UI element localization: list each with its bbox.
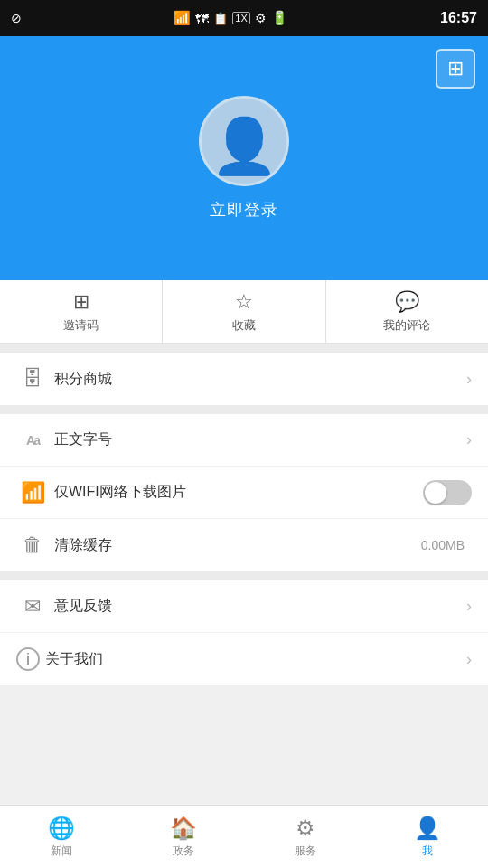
wifi-toggle-container xyxy=(423,480,472,505)
camera-icon: 📋 xyxy=(213,12,228,25)
menu-group-1: 🗄 积分商城 › xyxy=(0,353,488,405)
avatar[interactable]: 👤 xyxy=(199,96,289,186)
menu-group-3: ✉ 意见反馈 › i 关于我们 › xyxy=(0,580,488,685)
menu-row-about[interactable]: i 关于我们 › xyxy=(0,633,488,685)
points-mall-icon: 🗄 xyxy=(16,367,49,391)
nav-services-label: 服务 xyxy=(295,844,316,859)
tab-comment-label: 我的评论 xyxy=(383,317,430,334)
nav-services-icon: ⚙ xyxy=(296,816,315,841)
nav-government-label: 政务 xyxy=(173,844,194,859)
login-label[interactable]: 立即登录 xyxy=(210,199,278,221)
nav-me-label: 我 xyxy=(422,844,433,859)
wifi-toggle[interactable] xyxy=(423,480,472,505)
clear-cache-icon: 🗑 xyxy=(16,533,49,557)
menu-row-points-mall[interactable]: 🗄 积分商城 › xyxy=(0,353,488,405)
menu-row-wifi-only[interactable]: 📶 仅WIFI网络下载图片 xyxy=(0,467,488,519)
menu-row-clear-cache[interactable]: 🗑 清除缓存 0.00MB xyxy=(0,519,488,571)
cache-size: 0.00MB xyxy=(421,538,465,552)
nav-government[interactable]: 🏠 政务 xyxy=(122,806,244,868)
menu-row-font-size[interactable]: Aa 正文字号 › xyxy=(0,414,488,467)
tab-collect-icon: ☆ xyxy=(235,290,253,314)
status-bar: ⊘ 📶 🗺 📋 1X ⚙ 🔋 16:57 xyxy=(0,0,488,36)
divider-1 xyxy=(0,344,488,353)
font-size-icon: Aa xyxy=(16,433,49,448)
nav-me[interactable]: 👤 我 xyxy=(366,806,488,868)
wifi-only-icon: 📶 xyxy=(16,481,49,505)
font-size-chevron: › xyxy=(466,430,472,449)
nav-government-icon: 🏠 xyxy=(170,816,197,841)
status-icon-alarm: ⊘ xyxy=(11,11,22,25)
wifi-only-label: 仅WIFI网络下载图片 xyxy=(54,483,423,502)
tab-invite-icon: ⊞ xyxy=(73,290,89,314)
network-icon: 1X xyxy=(232,12,249,24)
tab-row: ⊞ 邀请码 ☆ 收藏 💬 我的评论 xyxy=(0,280,488,344)
nav-news-icon: 🌐 xyxy=(48,816,75,841)
qr-icon: ⊞ xyxy=(447,57,464,80)
feedback-label: 意见反馈 xyxy=(54,597,466,616)
clear-cache-label: 清除缓存 xyxy=(54,536,421,555)
points-mall-label: 积分商城 xyxy=(54,370,466,389)
about-label: 关于我们 xyxy=(45,650,466,669)
nav-me-icon: 👤 xyxy=(414,816,441,841)
menu-row-feedback[interactable]: ✉ 意见反馈 › xyxy=(0,580,488,633)
nav-news[interactable]: 🌐 新闻 xyxy=(0,806,122,868)
tab-comment[interactable]: 💬 我的评论 xyxy=(326,280,488,343)
profile-header: ⊞ 👤 立即登录 xyxy=(0,36,488,280)
avatar-person-icon: 👤 xyxy=(211,114,278,178)
tab-collect[interactable]: ☆ 收藏 xyxy=(163,280,325,343)
wifi-icon: 📶 xyxy=(174,10,191,26)
bottom-nav: 🌐 新闻 🏠 政务 ⚙ 服务 👤 我 xyxy=(0,805,488,868)
divider-3 xyxy=(0,571,488,580)
qr-button[interactable]: ⊞ xyxy=(436,49,475,89)
tab-invite[interactable]: ⊞ 邀请码 xyxy=(0,280,163,343)
toggle-knob xyxy=(425,482,446,504)
tab-collect-label: 收藏 xyxy=(232,317,256,334)
divider-2 xyxy=(0,405,488,414)
nav-services[interactable]: ⚙ 服务 xyxy=(244,806,366,868)
about-chevron: › xyxy=(466,650,472,669)
nav-news-label: 新闻 xyxy=(51,844,72,859)
tab-invite-label: 邀请码 xyxy=(63,317,99,334)
settings-icon: ⚙ xyxy=(255,11,267,25)
status-time: 16:57 xyxy=(440,10,477,26)
menu-group-2: Aa 正文字号 › 📶 仅WIFI网络下载图片 🗑 清除缓存 0.00MB xyxy=(0,414,488,571)
points-mall-chevron: › xyxy=(466,370,472,389)
tab-comment-icon: 💬 xyxy=(395,290,419,314)
feedback-icon: ✉ xyxy=(16,595,49,618)
battery-icon: 🔋 xyxy=(271,10,288,26)
about-icon: i xyxy=(16,647,40,671)
status-left-icons: ⊘ xyxy=(11,11,22,25)
map-icon: 🗺 xyxy=(195,11,209,26)
feedback-chevron: › xyxy=(466,597,472,616)
font-size-label: 正文字号 xyxy=(54,430,466,449)
